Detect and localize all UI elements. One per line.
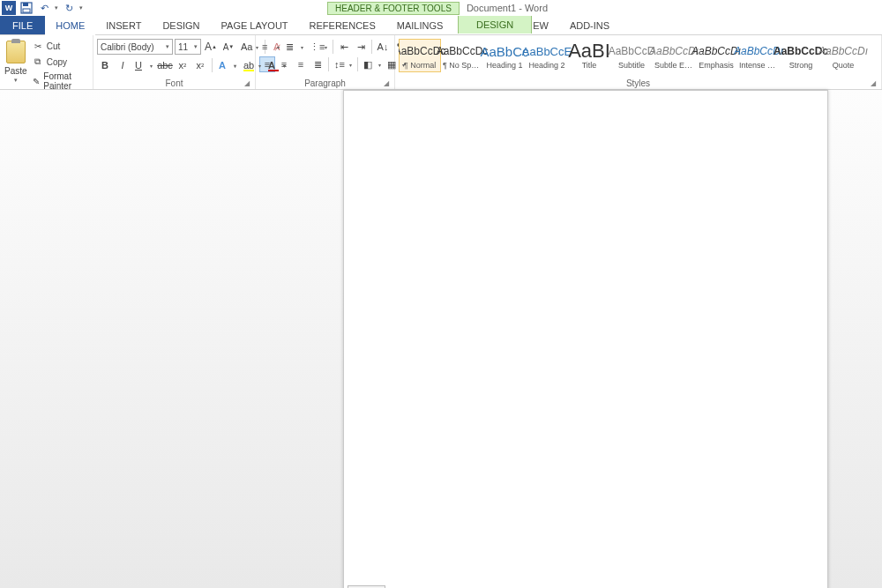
style-heading-1[interactable]: AaBbCcHeading 1 <box>483 39 526 72</box>
save-icon[interactable] <box>19 1 34 15</box>
font-launcher[interactable]: ◢ <box>244 79 250 87</box>
font-size-value: 11 <box>178 42 188 52</box>
copy-label: Copy <box>47 57 67 67</box>
tab-addins[interactable]: ADD-INS <box>559 16 620 34</box>
document-title: Document1 - Word <box>460 3 555 13</box>
bold-icon[interactable]: B <box>97 57 113 73</box>
styles-group-label: Styles <box>626 78 650 88</box>
style-preview: AaBI <box>568 41 610 61</box>
style-quote[interactable]: AaBbCcDıQuote <box>822 39 864 72</box>
subscript-icon[interactable]: x2 <box>175 57 191 73</box>
brush-icon: ✎ <box>32 75 41 87</box>
style-preview: AaBbCcE <box>522 41 572 61</box>
font-color-icon[interactable]: A <box>265 57 288 73</box>
style-emphasis[interactable]: AaBbCcDıEmphasis <box>695 39 737 72</box>
style-preview: AaBbCcDı <box>818 41 868 61</box>
tab-references[interactable]: REFERENCES <box>299 16 386 34</box>
tab-mailings[interactable]: MAILINGS <box>386 16 454 34</box>
shrink-font-icon[interactable]: A▼ <box>220 39 236 55</box>
style-label: Emphasis <box>697 61 736 70</box>
style-label: ¶ No Spac... <box>443 61 482 70</box>
sort-icon[interactable]: A↓ <box>375 39 391 55</box>
copy-icon: ⧉ <box>32 56 44 68</box>
tab-page-layout[interactable]: PAGE LAYOUT <box>211 16 299 34</box>
style-title[interactable]: AaBITitle <box>568 39 610 72</box>
tab-home[interactable]: HOME <box>45 16 95 34</box>
change-case-icon[interactable]: Aa <box>238 39 261 55</box>
word-app-icon: W <box>2 1 16 15</box>
style-label: Subtle Em... <box>654 61 693 70</box>
paste-dropdown[interactable]: ▾ <box>14 77 18 84</box>
style-subtitle[interactable]: AaBbCcDSubtitle <box>610 39 653 72</box>
svg-rect-2 <box>23 9 30 12</box>
cut-button[interactable]: ✂ Cut <box>30 39 89 53</box>
styles-launcher[interactable]: ◢ <box>871 79 876 87</box>
multilevel-list-icon[interactable]: ⋮≡ <box>307 39 330 55</box>
copy-button[interactable]: ⧉ Copy <box>30 55 89 69</box>
underline-icon[interactable]: U <box>132 57 155 73</box>
font-group-label: Font <box>165 78 183 88</box>
highlight-icon[interactable]: ab <box>241 57 264 73</box>
svg-rect-1 <box>23 3 28 6</box>
numbering-icon[interactable]: ≣ <box>283 39 306 55</box>
style-label: Strong <box>781 61 820 70</box>
style-label: Intense E... <box>739 61 778 70</box>
text-effects-icon[interactable]: A <box>216 57 239 73</box>
style-preview: AaBbCcD <box>609 41 655 61</box>
undo-icon[interactable]: ↶ <box>37 1 51 15</box>
strikethrough-icon[interactable]: abc <box>157 57 173 73</box>
contextual-tab-group: HEADER & FOOTER TOOLS <box>327 2 460 15</box>
format-painter-button[interactable]: ✎ Format Painter <box>30 71 89 92</box>
line-spacing-icon[interactable]: ↕≡ <box>332 56 355 72</box>
paragraph-launcher[interactable]: ◢ <box>384 79 389 87</box>
redo-icon[interactable]: ↻ <box>62 1 76 15</box>
style-label: Title <box>570 61 609 70</box>
font-name-value: Calibri (Body) <box>101 42 154 52</box>
tab-insert[interactable]: INSERT <box>95 16 152 34</box>
document-area: Footer <box>0 90 882 588</box>
page[interactable]: Footer <box>343 90 828 588</box>
italic-icon[interactable]: I <box>115 57 131 73</box>
font-size-combo[interactable]: 11▾ <box>175 39 201 55</box>
paste-button[interactable]: Paste ▾ <box>4 39 28 84</box>
style-label: Heading 1 <box>485 61 524 70</box>
scissors-icon: ✂ <box>32 40 44 52</box>
increase-indent-icon[interactable]: ⇥ <box>353 39 369 55</box>
qat-customize[interactable]: ▾ <box>79 4 83 11</box>
style-label: Subtitle <box>612 61 651 70</box>
font-name-combo[interactable]: Calibri (Body)▾ <box>97 39 173 55</box>
decrease-indent-icon[interactable]: ⇤ <box>336 39 352 55</box>
bullets-icon[interactable]: ≡ <box>259 39 282 55</box>
style-subtle-em-[interactable]: AaBbCcDıSubtle Em... <box>653 39 695 72</box>
cut-label: Cut <box>47 41 61 51</box>
shading-icon[interactable]: ◧ <box>361 56 384 72</box>
tab-design[interactable]: DESIGN <box>152 16 210 34</box>
undo-dropdown[interactable]: ▾ <box>55 4 58 11</box>
tab-header-footer-design[interactable]: DESIGN <box>458 16 532 33</box>
grow-font-icon[interactable]: A▲ <box>203 39 219 55</box>
style-strong[interactable]: AaBbCcDcStrong <box>780 39 822 72</box>
paragraph-group-label: Paragraph <box>304 78 346 88</box>
tab-file[interactable]: FILE <box>0 16 45 34</box>
style-label: Quote <box>824 61 863 70</box>
justify-icon[interactable]: ≣ <box>310 56 325 72</box>
borders-icon[interactable]: ▦ <box>385 56 407 72</box>
style-label: Heading 2 <box>527 61 566 70</box>
style--no-spac-[interactable]: AaBbCcDc¶ No Spac... <box>441 39 483 72</box>
format-painter-label: Format Painter <box>43 71 87 91</box>
align-right-icon[interactable]: ≡ <box>293 56 309 72</box>
style-heading-2[interactable]: AaBbCcEHeading 2 <box>526 39 568 72</box>
paste-label: Paste <box>4 66 27 76</box>
superscript-icon[interactable]: x2 <box>192 57 208 73</box>
